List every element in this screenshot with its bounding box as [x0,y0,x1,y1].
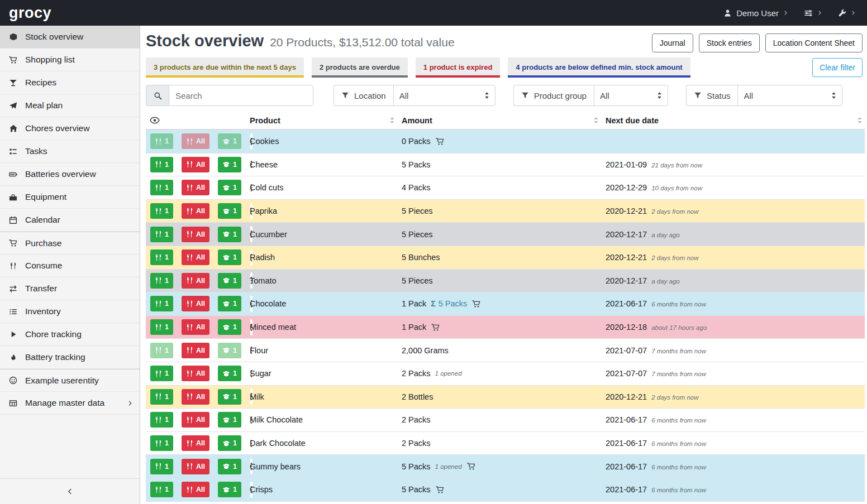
search-input[interactable] [169,85,313,106]
sidebar-item-recipes[interactable]: Recipes [0,71,140,94]
consume-all-button[interactable]: All [182,249,209,265]
consume-one-button[interactable]: 1 [150,366,173,381]
consume-all-button[interactable]: All [182,459,209,474]
consume-all-button[interactable]: All [182,366,209,381]
consume-one-button[interactable]: 1 [150,249,173,265]
open-one-button[interactable]: 1 [218,459,241,474]
status-select[interactable]: All [737,85,842,106]
consume-one-button[interactable]: 1 [150,389,173,405]
location-content-sheet-button[interactable]: Location Content Sheet [765,33,863,52]
clear-filter-button[interactable]: Clear filter [812,58,863,77]
open-one-button[interactable]: 1 [218,227,241,242]
amount-cell: 5 Packs [402,160,606,169]
open-one-button[interactable]: 1 [218,180,241,195]
open-one-button[interactable]: 1 [218,157,241,172]
filter-selects: LocationAllProduct groupAllStatusAll [334,85,842,106]
table-row: 1All1Milk2 Bottles2020-12-212 days from … [146,386,865,409]
sidebar-item-shopping-list[interactable]: Shopping list [0,49,140,71]
consume-all-button[interactable]: All [182,435,209,451]
sidebar-item-label: Consume [25,261,62,271]
consume-one-button[interactable]: 1 [150,227,173,242]
row-button-label: All [196,231,205,238]
consume-all-button[interactable]: All [182,343,209,358]
sidebar-item-calendar[interactable]: Calendar [0,209,140,232]
open-one-button[interactable]: 1 [218,273,241,289]
sidebar-collapse-button[interactable] [0,478,140,504]
open-one-button[interactable]: 1 [218,482,241,497]
journal-button[interactable]: Journal [652,33,693,52]
row-button-label: All [196,393,205,401]
sidebar-item-purchase[interactable]: Purchase [0,232,140,255]
utensils-icon [186,208,193,215]
open-one-button[interactable]: 1 [218,319,241,335]
consume-one-button[interactable]: 1 [150,203,173,219]
open-one-button[interactable]: 1 [218,249,241,265]
consume-all-button[interactable]: All [182,180,209,195]
consume-all-button[interactable]: All [182,482,209,497]
sidebar-item-inventory[interactable]: Inventory [0,300,140,323]
sidebar-item-label: Manage master data [25,398,104,408]
open-one-button[interactable]: 1 [218,203,241,219]
open-one-button[interactable]: 1 [218,435,241,451]
consume-one-button[interactable]: 1 [150,319,173,335]
consume-all-button[interactable]: All [182,389,209,405]
row-actions: 1All1 [146,226,250,242]
consume-all-button[interactable]: All [182,273,209,289]
shopping-cart-icon [8,239,18,247]
sidebar-item-example-userentity[interactable]: Example userentity [0,369,140,392]
consume-all-button[interactable]: All [182,227,209,242]
sidebar-item-meal-plan[interactable]: Meal plan [0,94,140,117]
expired-filter-chip[interactable]: 1 product is expired [416,57,501,78]
consume-one-button[interactable]: 1 [150,296,173,311]
user-menu[interactable]: Demo User [723,8,788,18]
due-soon-filter-chip[interactable]: 3 products are due within the next 5 day… [146,57,304,78]
app-logo[interactable]: grocy [9,4,51,22]
below-min-stock-filter-chip[interactable]: 4 products are below defined min. stock … [508,57,690,78]
open-one-button[interactable]: 1 [218,412,241,428]
admin-menu[interactable] [838,9,856,17]
consume-all-button[interactable]: All [182,157,209,172]
table-row: 1All1Dark Chocolate2 Packs2021-06-176 mo… [146,432,865,455]
row-actions: 1All1 [146,482,250,498]
settings-menu[interactable] [804,9,822,17]
sidebar-item-tasks[interactable]: Tasks [0,140,140,163]
sidebar-item-battery-tracking[interactable]: Battery tracking [0,346,140,369]
sidebar-item-transfer[interactable]: Transfer [0,277,140,300]
product-column-header[interactable]: Product [250,116,402,125]
utensils-icon [155,416,162,424]
visibility-column-header[interactable] [146,117,250,124]
stock-entries-button[interactable]: Stock entries [699,33,760,52]
consume-all-button[interactable]: All [182,296,209,311]
utensils-icon [186,300,193,308]
due-date-column-header[interactable]: Next due date [606,116,865,125]
sidebar-item-stock-overview[interactable]: Stock overview [0,26,140,49]
consume-one-button[interactable]: 1 [150,482,173,497]
row-button-label: All [196,486,205,493]
sidebar-item-manage-master-data[interactable]: Manage master data [0,392,140,415]
consume-one-button[interactable]: 1 [150,157,173,172]
amount-value: 2 Bottles [402,392,433,401]
open-one-button[interactable]: 1 [218,296,241,311]
amount-column-header[interactable]: Amount [402,116,606,125]
open-one-button[interactable]: 1 [218,389,241,405]
sidebar-item-batteries-overview[interactable]: Batteries overview [0,163,140,186]
consume-all-button[interactable]: All [182,203,209,219]
product-name: Cheese [250,160,402,169]
sidebar-item-consume[interactable]: Consume [0,255,140,277]
open-one-button[interactable]: 1 [218,366,241,381]
consume-one-button[interactable]: 1 [150,180,173,195]
overdue-filter-chip[interactable]: 2 products are overdue [312,57,408,78]
sidebar-item-chore-tracking[interactable]: Chore tracking [0,323,140,346]
consume-one-button[interactable]: 1 [150,273,173,289]
consume-all-button[interactable]: All [182,319,209,335]
product-group-select[interactable]: All [594,85,668,106]
table-row: 1All1Cheese5 Packs2021-01-0921 days from… [146,153,865,177]
location-select[interactable]: All [393,85,496,106]
sidebar-item-equipment[interactable]: Equipment [0,186,140,209]
sidebar-item-chores-overview[interactable]: Chores overview [0,117,140,140]
consume-one-button[interactable]: 1 [150,459,173,474]
sidebar-nav: Stock overviewShopping listRecipesMeal p… [0,26,140,415]
consume-one-button[interactable]: 1 [150,435,173,451]
consume-one-button[interactable]: 1 [150,412,173,428]
consume-all-button[interactable]: All [182,412,209,428]
